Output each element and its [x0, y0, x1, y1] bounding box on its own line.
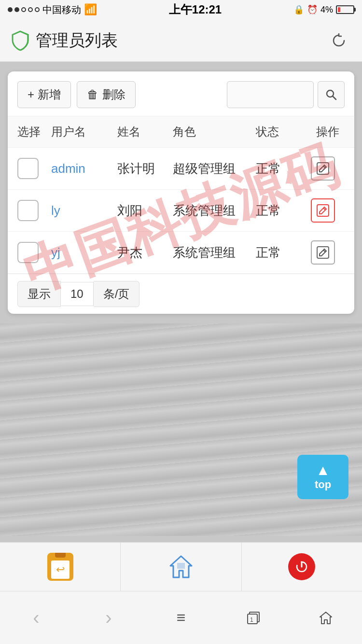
delete-button[interactable]: 🗑 删除 — [77, 81, 136, 108]
row3-username: yj — [51, 245, 117, 260]
checkbox-row3[interactable] — [17, 242, 39, 263]
dot2 — [14, 7, 19, 12]
app-header: 管理员列表 — [0, 19, 362, 62]
toolbar: + 新增 🗑 删除 — [8, 71, 354, 116]
top-label: top — [315, 478, 331, 491]
header-left: 管理员列表 — [12, 29, 118, 52]
table-row: ly 刘阳 系统管理组 正常 — [8, 190, 354, 232]
pagination: 显示 10 条/页 — [8, 274, 354, 314]
alarm-icon: ⏰ — [307, 4, 318, 15]
row3-action — [311, 240, 345, 265]
add-button[interactable]: + 新增 — [17, 81, 71, 108]
nav-back-button[interactable]: ↩ — [0, 543, 121, 591]
table-header: 选择 用户名 姓名 角色 状态 操作 — [8, 116, 354, 148]
row1-name: 张计明 — [117, 160, 172, 177]
svg-rect-6 — [317, 247, 329, 258]
page-title: 管理员列表 — [36, 29, 118, 52]
row1-select — [17, 158, 51, 179]
battery-fill — [338, 7, 340, 12]
battery-outline — [336, 5, 354, 14]
browser-tabs-button[interactable]: 1 — [239, 603, 268, 632]
svg-rect-4 — [317, 205, 329, 216]
row2-username: ly — [51, 203, 117, 218]
col-header-status: 状态 — [256, 124, 311, 140]
row2-name: 刘阳 — [117, 202, 172, 219]
svg-marker-14 — [320, 612, 332, 624]
col-header-username: 用户名 — [51, 124, 117, 140]
edit-button-row2[interactable] — [311, 198, 335, 223]
svg-text:1: 1 — [250, 616, 253, 623]
wifi-icon: 📶 — [84, 3, 97, 16]
status-left: 中国移动 📶 — [8, 3, 97, 16]
row3-status: 正常 — [256, 244, 311, 261]
browser-back-button[interactable]: ‹ — [22, 603, 51, 632]
delete-label: 删除 — [102, 87, 125, 102]
power-icon — [288, 553, 315, 580]
col-header-action: 操作 — [311, 124, 345, 140]
pagination-per-page: 10 — [61, 282, 94, 306]
status-time: 上午12:21 — [169, 2, 222, 17]
dot3 — [21, 7, 26, 12]
svg-rect-9 — [177, 563, 185, 569]
main-card: + 新增 🗑 删除 选择 用户名 姓名 角色 — [8, 71, 354, 314]
nav-power-button[interactable] — [242, 543, 362, 591]
svg-rect-2 — [317, 163, 329, 174]
battery-label: 4% — [320, 5, 333, 15]
battery-indicator — [336, 5, 354, 14]
row1-username: admin — [51, 161, 117, 176]
bottom-nav-icons: ↩ — [0, 542, 362, 591]
shield-icon — [12, 30, 29, 51]
signal-dots — [8, 7, 40, 12]
row1-role: 超级管理组 — [173, 160, 256, 177]
status-bar: 中国移动 📶 上午12:21 🔒 ⏰ 4% — [0, 0, 362, 19]
row3-name: 尹杰 — [117, 244, 172, 261]
checkbox-row1[interactable] — [17, 158, 39, 179]
dot5 — [35, 7, 40, 12]
gray-background — [0, 323, 362, 536]
status-right: 🔒 ⏰ 4% — [293, 4, 354, 15]
browser-nav-bar: ‹ › ≡ 1 — [0, 591, 362, 644]
row1-status: 正常 — [256, 160, 311, 177]
top-arrow-icon: ▲ — [316, 463, 330, 477]
main-content: + 新增 🗑 删除 选择 用户名 姓名 角色 — [0, 62, 362, 323]
refresh-button[interactable] — [327, 29, 350, 52]
pagination-show-label: 显示 — [17, 281, 61, 307]
carrier-label: 中国移动 — [42, 3, 81, 16]
trash-icon: 🗑 — [87, 88, 98, 101]
scroll-to-top-button[interactable]: ▲ top — [297, 455, 348, 499]
svg-line-1 — [333, 96, 336, 99]
browser-menu-button[interactable]: ≡ — [167, 603, 195, 632]
dot4 — [28, 7, 33, 12]
search-input[interactable] — [227, 81, 314, 108]
col-header-select: 选择 — [17, 124, 51, 140]
browser-home-button[interactable] — [311, 603, 340, 632]
row3-select — [17, 242, 51, 263]
toolbar-search — [227, 81, 345, 108]
edit-button-row1[interactable] — [311, 156, 335, 181]
row2-role: 系统管理组 — [173, 202, 256, 219]
lock-icon: 🔒 — [293, 4, 304, 15]
nav-home-button[interactable] — [121, 543, 241, 591]
toolbar-buttons: + 新增 🗑 删除 — [17, 81, 136, 108]
username-link-row3[interactable]: yj — [51, 245, 60, 260]
checkbox-row2[interactable] — [17, 200, 39, 221]
table-row: yj 尹杰 系统管理组 正常 — [8, 232, 354, 274]
username-link-row1[interactable]: admin — [51, 161, 85, 176]
browser-forward-button[interactable]: › — [94, 603, 123, 632]
pagination-unit-label: 条/页 — [94, 281, 140, 307]
username-link-row2[interactable]: ly — [51, 203, 60, 218]
table-row: admin 张计明 超级管理组 正常 — [8, 148, 354, 190]
col-header-role: 角色 — [173, 124, 256, 140]
row2-status: 正常 — [256, 202, 311, 219]
row1-action — [311, 156, 345, 181]
row2-action — [311, 198, 345, 223]
search-button[interactable] — [318, 81, 345, 108]
home-icon — [167, 552, 195, 581]
row2-select — [17, 200, 51, 221]
dot1 — [8, 7, 13, 12]
col-header-name: 姓名 — [117, 124, 172, 140]
row3-role: 系统管理组 — [173, 244, 256, 261]
edit-button-row3[interactable] — [311, 240, 335, 265]
